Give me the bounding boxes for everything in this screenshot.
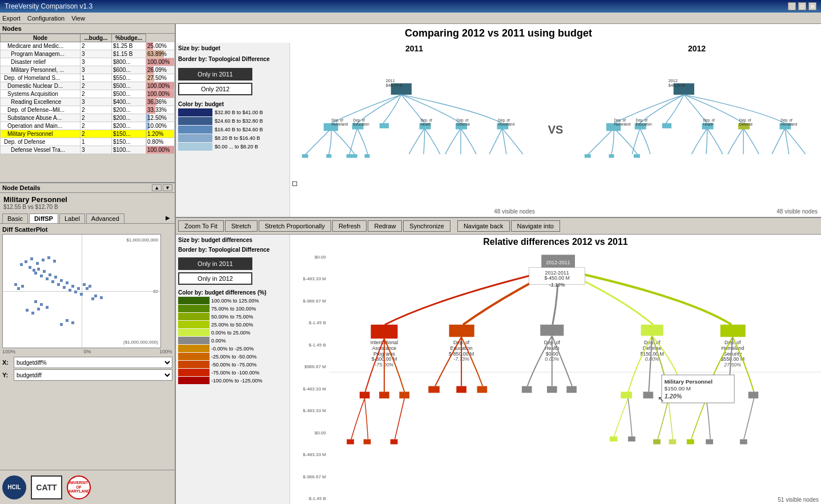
table-row[interactable]: Dep. of Defense1$150...0.80% <box>1 138 175 146</box>
btn-synchronize[interactable]: Synchronize <box>403 220 450 232</box>
sub-node-def-2[interactable] <box>643 392 654 398</box>
table-row[interactable]: Reading Excellence3$400...36.36% <box>1 98 175 106</box>
btn-stretch[interactable]: Stretch <box>225 220 257 232</box>
table-row[interactable]: Systems Acquisition2$500...100.00% <box>1 90 175 98</box>
btn-navigate-back[interactable]: Navigate back <box>457 220 510 232</box>
node-health[interactable] <box>540 325 564 336</box>
node-2011-l2-2[interactable] <box>326 154 331 158</box>
only-2011-btn-top[interactable]: Only in 2011 <box>178 68 252 80</box>
menu-export[interactable]: Export <box>2 15 21 22</box>
tab-basic[interactable]: Basic <box>2 213 28 223</box>
scatter-dot <box>34 300 37 303</box>
table-row[interactable]: Military Personnel2$150...1.20% <box>1 130 175 138</box>
x-axis-label: X: <box>2 359 14 366</box>
sub2-intl-node-2[interactable] <box>364 440 371 445</box>
sub2-home-node-1[interactable] <box>687 440 694 445</box>
logo-area: HCIL CATT UNIVERSITYOFMARYLAND <box>0 470 175 504</box>
table-row[interactable]: Military Personnel, ...3$600...26.09% <box>1 66 175 74</box>
sub-node-def-1[interactable] <box>621 392 632 398</box>
sub-node-edu-2[interactable] <box>456 386 466 393</box>
sub2-node-2[interactable] <box>628 437 635 442</box>
tab-label[interactable]: Label <box>59 213 85 223</box>
node-homeland[interactable] <box>721 325 746 337</box>
node-2012-l2-1[interactable] <box>585 154 591 158</box>
table-row[interactable]: Disaster relief3$800...100.00% <box>1 58 175 66</box>
sub-node-home-3[interactable] <box>748 392 759 398</box>
diff-color-item: 0.00% to 25.00% <box>178 329 287 336</box>
minimize-button[interactable]: _ <box>788 2 796 10</box>
node-pct-cell: 33.33% <box>146 106 175 114</box>
sub2-node-mil-1[interactable] <box>653 440 661 445</box>
scatter-dot <box>53 260 56 263</box>
node-depth-cell: 3 <box>81 50 112 58</box>
bottom-status: 51 visible nodes <box>778 497 819 503</box>
nodes-table-container[interactable]: Node ...budg... %budge... Medicare and M… <box>0 34 175 182</box>
sub-node-edu-1[interactable] <box>428 386 440 393</box>
table-row[interactable]: Defense Vessel Tra...3$100...100.00% <box>1 146 175 154</box>
btn-navigate-into[interactable]: Navigate into <box>511 220 560 232</box>
node-2011-3[interactable] <box>380 123 389 128</box>
node-2011-l2-1[interactable] <box>302 154 308 158</box>
titlebar-controls[interactable]: _ □ ✕ <box>788 2 816 10</box>
table-row[interactable]: Operation and Main...2$200...10.00% <box>1 122 175 130</box>
table-row[interactable]: Dep. of Defense--Mil...2$200...33.33% <box>1 106 175 114</box>
sub2-node-mil-2[interactable] <box>669 440 677 445</box>
tab-advanced[interactable]: Advanced <box>86 213 124 223</box>
btn-redraw[interactable]: Redraw <box>368 220 402 232</box>
sub-node-edu-3[interactable] <box>477 386 488 393</box>
table-row[interactable]: Dep. of Homeland S...1$550...27.50% <box>1 74 175 82</box>
sub2-home-node-2[interactable] <box>706 440 713 445</box>
node-intl[interactable] <box>371 325 397 338</box>
sub-node-intl-1[interactable] <box>360 392 370 398</box>
tab-diffsp[interactable]: DiffSP <box>29 213 58 223</box>
sub-edge-2011-3 <box>332 128 355 154</box>
table-row[interactable]: Substance Abuse A...2$200...12.50% <box>1 114 175 122</box>
sub-edge-2012-6 <box>691 128 707 154</box>
diff-size-by-label: Size by: budget differences <box>178 237 287 243</box>
sub2-intl-node-1[interactable] <box>347 440 354 445</box>
node-name-cell: Substance Abuse A... <box>1 114 81 122</box>
close-button[interactable]: ✕ <box>808 2 816 10</box>
nodes-header: Nodes <box>0 24 175 34</box>
sub2-node-1[interactable] <box>610 437 618 442</box>
sub-node-health-3[interactable] <box>566 386 577 393</box>
node-edu[interactable] <box>449 325 474 337</box>
sub-node-health-1[interactable] <box>522 386 532 393</box>
tab-arrow[interactable]: ▶ <box>163 213 172 223</box>
node-depth-cell: 2 <box>81 82 112 90</box>
only-2011-btn-diff[interactable]: Only in 2011 <box>178 257 252 270</box>
x-axis-select[interactable]: budgetdiff% budgetdiff budget2012 budget… <box>14 357 172 368</box>
node-defense[interactable] <box>641 325 663 336</box>
node-2012-3[interactable] <box>662 123 671 128</box>
btn-stretch-proportionally[interactable]: Stretch Proportionally <box>259 220 331 232</box>
scroll-down-btn[interactable]: ▼ <box>163 184 172 191</box>
btn-refresh[interactable]: Refresh <box>332 220 367 232</box>
node-2011-l2-3[interactable] <box>351 154 357 158</box>
scroll-up-btn[interactable]: ▲ <box>152 184 162 191</box>
sub-node-intl-2[interactable] <box>379 392 389 398</box>
sub2-home-node-3[interactable] <box>740 440 747 445</box>
node-2011-l2-4[interactable] <box>347 154 352 158</box>
only-2012-btn-diff[interactable]: Only in 2012 <box>178 272 252 285</box>
node-2012-l2-2[interactable] <box>609 154 614 158</box>
node-details-title: Military Personnel <box>0 193 175 204</box>
table-row[interactable]: Domestic Nuclear D...2$500...100.00% <box>1 82 175 90</box>
only-2012-btn-top[interactable]: Only 2012 <box>178 83 252 95</box>
menu-configuration[interactable]: Configuration <box>27 15 65 22</box>
table-row[interactable]: Program Managem...3$1.15 B63.89% <box>1 50 175 58</box>
node-2012-l2-3[interactable] <box>634 154 640 158</box>
toolbar: Zoom To Fit Stretch Stretch Proportional… <box>176 218 821 235</box>
maximize-button[interactable]: □ <box>798 2 806 10</box>
tree-2011-svg: Dep. of Homeland Dep. of Education Dep. … <box>290 54 538 217</box>
year-2011-label: 2011 <box>290 43 538 54</box>
sub2-intl-node-3[interactable] <box>391 440 398 445</box>
node-2011-l2-5[interactable] <box>365 154 370 158</box>
app-title: TreeVersity Comparison v1.3 <box>5 2 92 10</box>
node-pct-cell: 63.89% <box>146 50 175 58</box>
table-row[interactable]: Medicare and Medic...2$1.25 B25.00% <box>1 42 175 50</box>
y-axis-select[interactable]: budgetdiff budgetdiff% budget2012 budget… <box>14 369 172 381</box>
sub-node-health-2[interactable] <box>547 386 557 393</box>
btn-zoom-to-fit[interactable]: Zoom To Fit <box>178 220 224 232</box>
menu-view[interactable]: View <box>71 15 85 22</box>
sub-node-intl-3[interactable] <box>399 392 409 398</box>
